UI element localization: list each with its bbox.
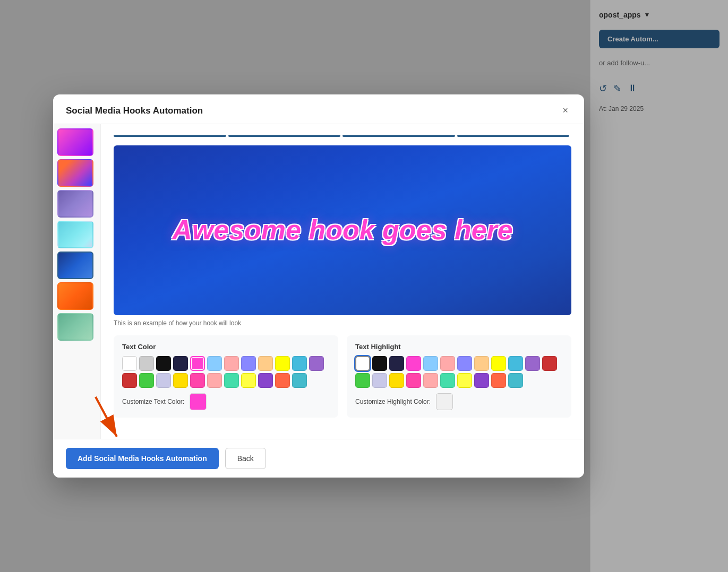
- highlight-color-lavender[interactable]: [372, 373, 387, 388]
- modal-title: Social Media Hooks Automation: [66, 106, 203, 116]
- text-color-black[interactable]: [156, 356, 171, 371]
- thumbnail-5[interactable]: [57, 252, 93, 279]
- text-color-brightyellow[interactable]: [241, 373, 256, 388]
- text-color-medblue[interactable]: [241, 356, 256, 371]
- text-color-lightblue[interactable]: [207, 356, 222, 371]
- text-color-lightpink[interactable]: [224, 356, 239, 371]
- highlight-color-orangered[interactable]: [491, 373, 506, 388]
- color-sections: Text Color: [114, 335, 571, 418]
- text-color-customize-row: Customize Text Color:: [122, 393, 330, 410]
- modal-body: Awesome hook goes here This is an exampl…: [53, 124, 584, 439]
- text-color-yellow[interactable]: [275, 356, 290, 371]
- text-color-violet[interactable]: [258, 373, 273, 388]
- progress-tabs: [114, 135, 571, 137]
- highlight-color-teal[interactable]: [440, 373, 455, 388]
- text-color-picker[interactable]: [190, 393, 207, 410]
- text-color-hotpink[interactable]: [190, 356, 205, 371]
- highlight-color-red[interactable]: [542, 356, 557, 371]
- highlight-color-picker[interactable]: [436, 393, 453, 410]
- text-color-lightgray[interactable]: [139, 356, 154, 371]
- text-color-peach[interactable]: [258, 356, 273, 371]
- highlight-color-purple[interactable]: [525, 356, 540, 371]
- modal-overlay: Social Media Hooks Automation ×: [0, 0, 728, 572]
- text-color-green[interactable]: [139, 373, 154, 388]
- thumbnail-3[interactable]: [57, 190, 93, 218]
- text-color-teal[interactable]: [224, 373, 239, 388]
- highlight-color-peach[interactable]: [474, 356, 489, 371]
- highlight-color-lightpink[interactable]: [440, 356, 455, 371]
- progress-tab-3: [342, 135, 455, 137]
- highlight-color-white[interactable]: [355, 356, 370, 371]
- highlight-color-salmon[interactable]: [423, 373, 438, 388]
- add-social-media-button[interactable]: Add Social Media Hooks Automation: [66, 448, 219, 469]
- text-color-purple[interactable]: [309, 356, 324, 371]
- text-color-title: Text Color: [122, 343, 330, 351]
- main-content: Awesome hook goes here This is an exampl…: [101, 124, 584, 439]
- progress-tab-4: [457, 135, 570, 137]
- modal-footer: Add Social Media Hooks Automation Back: [53, 439, 584, 478]
- thumbnail-4[interactable]: [57, 221, 93, 248]
- thumbnail-1[interactable]: [57, 128, 93, 156]
- highlight-color-pink[interactable]: [406, 373, 421, 388]
- text-color-gold[interactable]: [173, 373, 188, 388]
- highlight-color-black[interactable]: [372, 356, 387, 371]
- thumbnail-2[interactable]: [57, 159, 93, 187]
- text-color-section: Text Color: [114, 335, 338, 418]
- text-color-grid: [122, 356, 330, 388]
- highlight-color-grid: [355, 356, 563, 388]
- thumbnails-sidebar: [53, 124, 101, 439]
- highlight-color-hotpink[interactable]: [406, 356, 421, 371]
- text-color-cyan[interactable]: [292, 356, 307, 371]
- text-color-salmon[interactable]: [207, 373, 222, 388]
- modal-header: Social Media Hooks Automation ×: [53, 94, 584, 124]
- text-color-aqua[interactable]: [292, 373, 307, 388]
- text-color-orangered[interactable]: [275, 373, 290, 388]
- progress-tab-1: [114, 135, 226, 137]
- preview-caption: This is an example of how your hook will…: [114, 319, 571, 327]
- text-highlight-title: Text Highlight: [355, 343, 563, 351]
- text-color-white[interactable]: [122, 356, 137, 371]
- modal-close-button[interactable]: ×: [559, 104, 571, 117]
- thumbnail-6[interactable]: [57, 282, 93, 310]
- highlight-color-aqua[interactable]: [508, 373, 523, 388]
- highlight-color-medblue[interactable]: [457, 356, 472, 371]
- highlight-color-customize-row: Customize Highlight Color:: [355, 393, 563, 410]
- highlight-color-green[interactable]: [355, 373, 370, 388]
- highlight-color-lightblue[interactable]: [423, 356, 438, 371]
- back-button[interactable]: Back: [225, 448, 266, 469]
- highlight-color-customize-label: Customize Highlight Color:: [355, 398, 431, 405]
- preview-hook-text: Awesome hook goes here: [161, 215, 524, 245]
- preview-image: Awesome hook goes here: [114, 145, 571, 315]
- text-color-red[interactable]: [122, 373, 137, 388]
- progress-tab-2: [228, 135, 341, 137]
- text-color-darknavy[interactable]: [173, 356, 188, 371]
- highlight-color-brightyellow[interactable]: [457, 373, 472, 388]
- text-color-lavender[interactable]: [156, 373, 171, 388]
- preview-container: Awesome hook goes here This is an exampl…: [114, 145, 571, 327]
- highlight-color-darknavy[interactable]: [389, 356, 404, 371]
- highlight-color-gold[interactable]: [389, 373, 404, 388]
- modal: Social Media Hooks Automation ×: [53, 94, 584, 478]
- text-color-pink[interactable]: [190, 373, 205, 388]
- thumbnail-7[interactable]: [57, 313, 93, 341]
- text-color-customize-label: Customize Text Color:: [122, 398, 184, 405]
- highlight-color-yellow[interactable]: [491, 356, 506, 371]
- text-highlight-section: Text Highlight: [347, 335, 571, 418]
- highlight-color-violet[interactable]: [474, 373, 489, 388]
- highlight-color-cyan[interactable]: [508, 356, 523, 371]
